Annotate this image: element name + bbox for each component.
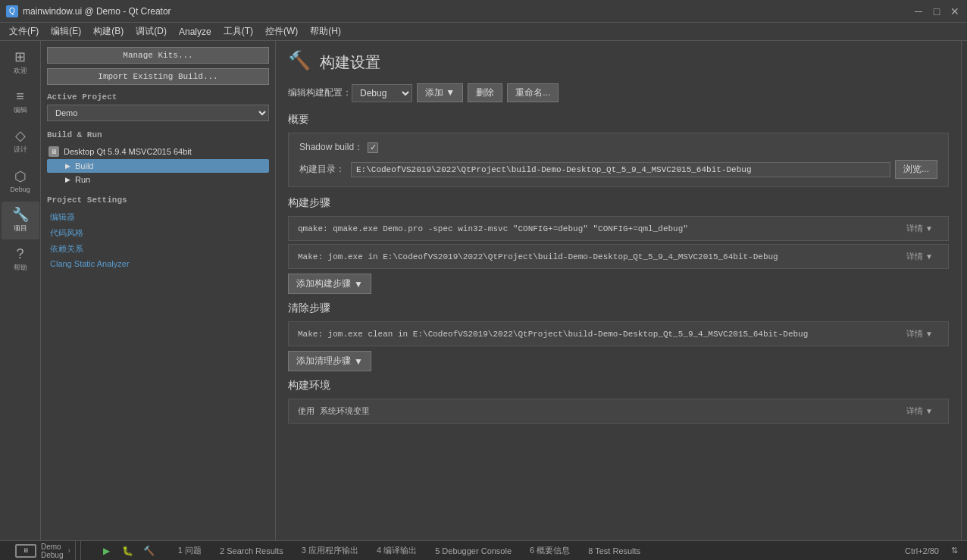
left-panel: Manage Kits... Import Existing Build... … — [41, 41, 276, 540]
run-button[interactable]: ▶ — [98, 543, 116, 558]
make-step-text: Make: jom.exe in E:\CodeofVS2019\2022\Qt… — [298, 252, 900, 261]
build-arrow-icon: ▶ — [65, 162, 70, 170]
device-name: Demo — [41, 543, 63, 551]
settings-editor[interactable]: 编辑器 — [47, 209, 269, 225]
status-test[interactable]: 8 Test Results — [585, 545, 643, 557]
window-title: mainwindow.ui @ Demo - Qt Creator — [23, 6, 912, 17]
manage-kits-button[interactable]: Manage Kits... — [47, 47, 269, 64]
status-search[interactable]: 2 Search Results — [217, 545, 286, 557]
add-config-label: 添加 — [425, 87, 443, 98]
dir-row: 构建目录： 浏览... — [299, 160, 937, 179]
status-debugger[interactable]: 5 Debugger Console — [432, 545, 515, 557]
run-controls: ▶ 🐛 🔨 — [93, 543, 163, 558]
status-app-output[interactable]: 3 应用程序输出 — [299, 543, 361, 558]
menu-debug[interactable]: 调试(D) — [130, 23, 173, 41]
clean-steps-section-title: 清除步骤 — [288, 302, 949, 315]
config-select[interactable]: Debug — [352, 84, 412, 102]
close-button[interactable]: ✕ — [949, 5, 961, 17]
maximize-button[interactable]: □ — [931, 5, 943, 17]
status-right: Ctrl+2/80 ⇅ — [902, 544, 961, 557]
hammer-icon: 🔨 — [288, 50, 312, 74]
status-arrows[interactable]: ⇅ — [948, 544, 961, 557]
settings-dependencies[interactable]: 依赖关系 — [47, 241, 269, 257]
sidebar-item-debug[interactable]: ⬡ Debug — [2, 162, 39, 200]
build-run-label: Build & Run — [47, 130, 269, 139]
icon-sidebar: ⊞ 欢迎 ≡ 编辑 ◇ 设计 ⬡ Debug 🔧 项目 ? 帮助 — [0, 41, 41, 540]
dir-label: 构建目录： — [299, 163, 345, 176]
settings-clang[interactable]: Clang Static Analyzer — [47, 257, 269, 271]
add-build-step-arrow-icon: ▼ — [354, 279, 363, 289]
sidebar-item-projects[interactable]: 🔧 项目 — [2, 202, 39, 239]
status-problems[interactable]: 1 问题 — [175, 543, 205, 558]
device-expand-icon[interactable]: › — [67, 546, 70, 555]
kit-item[interactable]: 🖥 Desktop Qt 5.9.4 MSVC2015 64bit — [47, 144, 269, 159]
status-compile-output[interactable]: 4 编译输出 — [374, 543, 420, 558]
import-build-button[interactable]: Import Existing Build... — [47, 68, 269, 85]
make-details-arrow-icon: ▼ — [925, 252, 933, 261]
edit-icon: ≡ — [16, 89, 24, 103]
env-details-button[interactable]: 详情 ▼ — [900, 404, 939, 418]
build-env-section-title: 构建环境 — [288, 379, 949, 393]
sidebar-label-debug: Debug — [10, 186, 30, 193]
sidebar-label-design: 设计 — [14, 145, 27, 155]
device-sub: Debug — [41, 551, 63, 559]
config-label: 编辑构建配置： — [288, 86, 352, 99]
build-item[interactable]: ▶ Build — [47, 159, 269, 173]
shadow-build-checkbox[interactable]: ✓ — [368, 142, 378, 153]
dir-input[interactable] — [351, 162, 890, 177]
clean-details-button[interactable]: 详情 ▼ — [900, 327, 939, 341]
sidebar-item-welcome[interactable]: ⊞ 欢迎 — [2, 44, 39, 82]
debug-run-button[interactable]: 🐛 — [119, 543, 137, 558]
minimize-button[interactable]: ─ — [912, 5, 925, 17]
build-label: Build — [75, 161, 93, 171]
config-row: 编辑构建配置： Debug 添加 ▼ 删除 重命名... — [288, 83, 949, 102]
env-step: 使用 系统环境变里 详情 ▼ — [288, 399, 949, 424]
menu-file[interactable]: 文件(F) — [3, 23, 45, 41]
menu-widgets[interactable]: 控件(W) — [259, 23, 304, 41]
delete-config-button[interactable]: 删除 — [468, 83, 502, 102]
add-clean-step-label: 添加清理步骤 — [296, 355, 351, 368]
main-layout: ⊞ 欢迎 ≡ 编辑 ◇ 设计 ⬡ Debug 🔧 项目 ? 帮助 Manage … — [0, 41, 967, 540]
qmake-details-arrow-icon: ▼ — [925, 224, 933, 233]
project-select[interactable]: Demo — [47, 105, 269, 121]
projects-icon: 🔧 — [12, 208, 29, 221]
menu-analyze[interactable]: Analyze — [173, 23, 217, 41]
device-section: 🖥 Demo Debug › — [6, 541, 81, 561]
window-controls[interactable]: ─ □ ✕ — [912, 5, 961, 17]
app-icon: Q — [6, 5, 18, 17]
overview-section-title: 概要 — [288, 113, 949, 127]
right-content: 🔨 构建设置 编辑构建配置： Debug 添加 ▼ 删除 重命名... 概要 S… — [276, 41, 961, 540]
shadow-build-row: Shadow build： ✓ — [299, 141, 937, 154]
statusbar: 🖥 Demo Debug › ▶ 🐛 🔨 1 问题 2 Search Resul… — [0, 540, 967, 560]
menu-help[interactable]: 帮助(H) — [304, 23, 347, 41]
menu-edit[interactable]: 编辑(E) — [45, 23, 87, 41]
add-clean-step-button[interactable]: 添加清理步骤 ▼ — [288, 351, 371, 371]
page-title: 构建设置 — [320, 52, 380, 73]
menu-tools[interactable]: 工具(T) — [217, 23, 259, 41]
qmake-step: qmake: qmake.exe Demo.pro -spec win32-ms… — [288, 216, 949, 241]
menu-build[interactable]: 构建(B) — [87, 23, 130, 41]
run-item[interactable]: ▶ Run — [47, 173, 269, 186]
browse-button[interactable]: 浏览... — [895, 160, 937, 179]
qmake-details-button[interactable]: 详情 ▼ — [900, 221, 939, 236]
menubar: 文件(F) 编辑(E) 构建(B) 调试(D) Analyze 工具(T) 控件… — [0, 23, 967, 41]
rename-config-button[interactable]: 重命名... — [507, 83, 559, 102]
sidebar-item-design[interactable]: ◇ 设计 — [2, 123, 39, 161]
make-details-button[interactable]: 详情 ▼ — [900, 249, 939, 264]
add-config-button[interactable]: 添加 ▼ — [417, 83, 463, 102]
sidebar-item-edit[interactable]: ≡ 编辑 — [2, 83, 39, 121]
make-step: Make: jom.exe in E:\CodeofVS2019\2022\Qt… — [288, 244, 949, 269]
settings-code-style[interactable]: 代码风格 — [47, 225, 269, 241]
sidebar-label-help: 帮助 — [14, 263, 27, 273]
overview-box: Shadow build： ✓ 构建目录： 浏览... — [288, 133, 949, 187]
env-step-text: 使用 系统环境变里 — [298, 405, 900, 417]
sidebar-item-help[interactable]: ? 帮助 — [2, 241, 39, 279]
run-label: Run — [75, 175, 90, 184]
welcome-icon: ⊞ — [14, 50, 26, 64]
qmake-step-text: qmake: qmake.exe Demo.pro -spec win32-ms… — [298, 224, 900, 233]
status-overview[interactable]: 6 概要信息 — [527, 543, 573, 558]
build-button[interactable]: 🔨 — [140, 543, 158, 558]
clean-step-text: Make: jom.exe clean in E:\CodeofVS2019\2… — [298, 330, 900, 339]
right-edge-panel — [961, 41, 967, 540]
add-build-step-button[interactable]: 添加构建步骤 ▼ — [288, 274, 371, 294]
